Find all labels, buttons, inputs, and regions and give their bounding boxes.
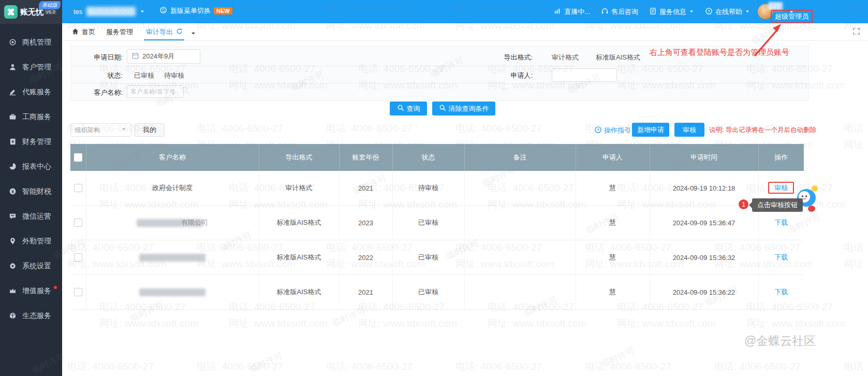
search-button[interactable]: 查询: [390, 102, 427, 115]
svg-text:¥: ¥: [11, 189, 14, 194]
pin-icon: [9, 237, 17, 245]
applicant-label: 申请人:: [485, 71, 533, 80]
live-icon: [554, 7, 562, 17]
clear-query-button[interactable]: 清除查询条件: [432, 102, 495, 115]
menu-switch-toggle[interactable]: 新版菜单切换 NEW: [159, 6, 232, 16]
avatar-blur-patch: [768, 2, 783, 10]
chevron-down-icon: [745, 8, 750, 16]
status-option-approved[interactable]: 已审核: [134, 71, 154, 80]
topbar-link-after-sales[interactable]: 售后咨询: [601, 7, 638, 17]
redacted-company-name: [86, 7, 136, 16]
row-checkbox[interactable]: [74, 288, 82, 296]
export-records-table: 客户名称导出格式账套年份状态备注申请人申请时间操作政府会计制度审计格式2021待…: [70, 144, 804, 310]
help-icon: ?: [705, 7, 713, 17]
topbar-link-live[interactable]: 直播中...: [554, 7, 590, 17]
select-all-checkbox[interactable]: [74, 153, 82, 162]
edition-badge: 基础版: [39, 1, 61, 9]
cell-time: 2024-09-09 15:36:47: [650, 206, 758, 240]
sidebar-item-business[interactable]: 商机管理: [0, 30, 62, 55]
cell-format: 审计格式: [259, 171, 339, 206]
sidebar: 账无忧 V6.0 基础版 商机管理客户管理代账服务工商服务¥财务管理报表中心¥智…: [0, 0, 62, 376]
sidebar-item-reports[interactable]: 报表中心: [0, 154, 62, 179]
column-header: 申请人: [576, 144, 650, 171]
operation-guide-link[interactable]: ? 操作指引: [594, 126, 631, 135]
divider: [71, 83, 808, 83]
briefcase-icon: [9, 113, 17, 121]
chat-icon: [9, 212, 17, 221]
product-version: V6.0: [45, 9, 56, 15]
row-checkbox[interactable]: [74, 184, 82, 192]
tab-home[interactable]: 首页: [71, 27, 95, 37]
company-selector[interactable]: tes: [73, 7, 145, 16]
status-option-pending[interactable]: 待审核: [164, 71, 184, 80]
column-header: 操作: [758, 144, 804, 171]
logo-area[interactable]: 账无忧 V6.0 基础版: [0, 0, 62, 24]
sidebar-item-smart-tax[interactable]: ¥智能财税: [0, 179, 62, 204]
new-badge: NEW: [214, 7, 232, 15]
cell-applicant: 慧: [576, 171, 650, 206]
audit-button[interactable]: 审核: [674, 123, 704, 137]
sidebar-item-industry[interactable]: 工商服务: [0, 105, 62, 129]
apply-date-label: 申请日期:: [75, 53, 123, 62]
tabs-dropdown-caret-icon[interactable]: [190, 29, 196, 38]
sidebar-item-finance[interactable]: ¥财务管理: [0, 129, 62, 154]
applicant-input[interactable]: [552, 68, 617, 82]
fullscreen-icon[interactable]: [852, 27, 860, 37]
tab-service-mgmt[interactable]: 服务管理: [106, 27, 133, 37]
sidebar-nav: 商机管理客户管理代账服务工商服务¥财务管理报表中心¥智能财税微信运营外勤管理系统…: [0, 30, 62, 328]
download-link[interactable]: 下载: [774, 253, 788, 261]
coin-icon: ¥: [9, 187, 17, 196]
cell-remark: [464, 240, 576, 275]
redacted-customer-name: [139, 254, 205, 262]
tab-audit-export[interactable]: 审计导出: [146, 27, 183, 37]
person-icon: [9, 63, 17, 71]
audit-link[interactable]: 审核: [768, 182, 794, 194]
refresh-icon[interactable]: [175, 27, 183, 37]
format-option-audit[interactable]: 审计格式: [552, 53, 579, 62]
cell-year: 2021: [339, 171, 392, 206]
role-badge: 超级管理员: [771, 10, 813, 23]
cube-icon: [9, 312, 17, 320]
sidebar-item-ecosystem[interactable]: 生态服务: [0, 303, 62, 328]
cell-customer: [86, 275, 259, 310]
sidebar-item-customers[interactable]: 客户管理: [0, 55, 62, 80]
notification-dot: [54, 286, 57, 289]
cell-time: 2024-09-09 15:36:22: [650, 275, 758, 310]
column-header: 账套年份: [339, 144, 392, 171]
gear-icon: [9, 262, 17, 270]
row-checkbox[interactable]: [74, 253, 82, 262]
download-link[interactable]: 下载: [774, 288, 788, 296]
crown-icon: [9, 287, 17, 295]
org-structure-select[interactable]: 组织架构: [70, 123, 131, 137]
cell-customer: 有限公司: [86, 206, 259, 240]
format-option-ais[interactable]: 标准版AIS格式: [596, 53, 640, 62]
redacted-customer-name: [139, 288, 205, 296]
sidebar-item-vas[interactable]: 增值服务: [0, 279, 62, 303]
headset-icon: [601, 7, 609, 17]
query-button-row: 查询 清除查询条件: [390, 102, 495, 115]
row-checkbox[interactable]: [74, 219, 82, 227]
sidebar-item-fieldwork[interactable]: 外勤管理: [0, 229, 62, 254]
sidebar-item-bookkeeping[interactable]: 代账服务: [0, 80, 62, 105]
cell-applicant: 慧: [576, 240, 650, 275]
cell-status: 已审核: [392, 275, 464, 310]
topbar-link-service-info[interactable]: 服务信息: [649, 7, 694, 17]
admin-annotation-text: 右上角可查看登陆账号是否为管理员账号: [650, 48, 789, 57]
customer-name-input[interactable]: [127, 85, 184, 98]
sidebar-item-settings[interactable]: 系统设置: [0, 254, 62, 279]
topbar-link-online-help[interactable]: ?在线帮助: [705, 7, 750, 17]
calendar-icon: [131, 52, 139, 61]
cell-status: 已审核: [392, 206, 464, 240]
mine-button[interactable]: 我的: [135, 123, 165, 137]
table-row: 标准版AIS格式2021已审核慧2024-09-09 15:36:22下载: [70, 275, 804, 310]
apply-date-picker[interactable]: 2024年9月: [127, 49, 200, 64]
chevron-down-icon: [689, 8, 694, 16]
download-link[interactable]: 下载: [774, 219, 788, 226]
add-application-button[interactable]: 新增申请: [632, 123, 669, 137]
sidebar-item-wechat[interactable]: 微信运营: [0, 204, 62, 229]
cell-remark: [464, 171, 576, 206]
table-row: 有限公司标准版AIS格式2023已审核慧2024-09-09 15:36:47下…: [70, 206, 804, 240]
menu-switch-label: 新版菜单切换: [170, 6, 211, 16]
target-icon: [9, 38, 17, 47]
pencil-icon: [9, 88, 17, 96]
